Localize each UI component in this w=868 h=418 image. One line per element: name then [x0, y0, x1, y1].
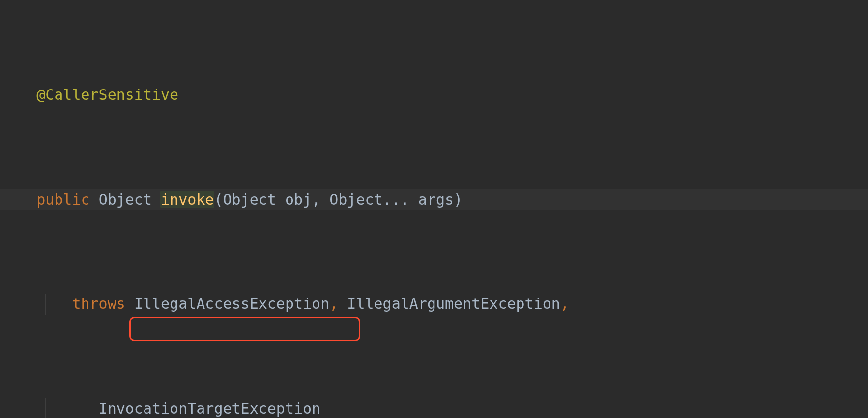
- params: (Object obj, Object... args): [214, 191, 463, 208]
- exception: IllegalArgumentException: [347, 295, 560, 312]
- annotation-highlight-box: [129, 317, 360, 341]
- annotation: @CallerSensitive: [36, 86, 178, 103]
- method-name: invoke: [160, 191, 214, 208]
- type: Object: [99, 191, 152, 208]
- exception: InvocationTargetException: [99, 400, 321, 417]
- code-line[interactable]: @CallerSensitive: [0, 85, 868, 106]
- code-line[interactable]: throws IllegalAccessException, IllegalAr…: [0, 294, 868, 315]
- keyword-throws: throws: [72, 295, 125, 312]
- code-line-current[interactable]: public Object invoke(Object obj, Object.…: [0, 189, 868, 210]
- code-editor[interactable]: @CallerSensitive public Object invoke(Ob…: [0, 0, 868, 418]
- code-line[interactable]: InvocationTargetException: [0, 398, 868, 418]
- keyword-public: public: [36, 191, 89, 208]
- exception: IllegalAccessException: [134, 295, 329, 312]
